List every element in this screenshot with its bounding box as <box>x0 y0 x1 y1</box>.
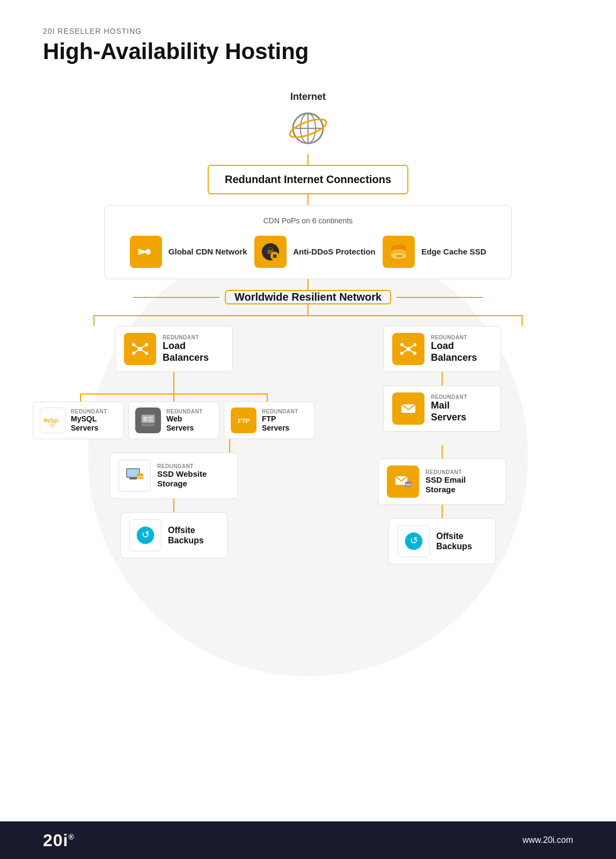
v-top <box>307 304 309 315</box>
svg-point-33 <box>50 422 55 427</box>
cdn-item-ssd: SSD Edge Cache SSD <box>383 236 486 268</box>
offsite-right-text: OffsiteBackups <box>436 531 472 551</box>
ssd-email-card: SSD Redundant SSD EmailStorage <box>378 458 507 505</box>
mail-servers-main: MailServers <box>431 400 467 423</box>
svg-text:FTP: FTP <box>238 418 250 424</box>
cdn-icon-box <box>130 236 162 268</box>
page-footer: 20i® www.20i.com <box>0 821 616 859</box>
left-load-balancer-card: Redundant LoadBalancers <box>115 326 233 372</box>
cdn-items: Global CDN Network ☠ <box>126 236 490 268</box>
mysql-icon-box: MySQL <box>40 407 65 433</box>
svg-text:MySQL: MySQL <box>43 418 59 423</box>
left-lb-small: Redundant <box>163 334 209 340</box>
cdn-item-global: Global CDN Network <box>130 236 247 268</box>
offsite-right-card: ↺ OffsiteBackups <box>388 518 496 564</box>
left-lb-icon <box>130 339 150 359</box>
svg-text:SSD: SSD <box>137 475 143 478</box>
mail-icon-box <box>392 392 424 425</box>
web-icon-box <box>135 407 161 433</box>
svg-text:↺: ↺ <box>142 529 150 540</box>
ssd-website-card: SSD Redundant SSD WebsiteStorage <box>109 453 238 499</box>
mysql-text: Redundant MySQLServers <box>71 409 107 433</box>
footer-logo: 20i® <box>43 831 75 850</box>
three-nodes-connector <box>72 385 276 402</box>
redundant-internet-label: Redundant Internet Connections <box>225 173 391 185</box>
mysql-card: MySQL Redundant MySQLServers <box>33 402 124 439</box>
svg-text:SSD: SSD <box>396 254 403 258</box>
ddos-icon-box: ☠ <box>254 236 287 268</box>
web-icon <box>140 412 157 429</box>
ftp-icon: FTP <box>235 412 252 429</box>
two-columns: Redundant LoadBalancers <box>67 326 549 564</box>
h-mid <box>93 315 523 316</box>
vline-1 <box>307 154 309 165</box>
subtitle: 20i RESELLER HOSTING <box>43 27 573 35</box>
svg-rect-44 <box>129 478 137 479</box>
right-lb-icon-box <box>392 333 424 365</box>
offsite-right-icon: ↺ <box>404 532 423 551</box>
vline-right-3 <box>442 505 443 518</box>
diagram-area: Internet Redundant Internet Connections … <box>0 75 616 618</box>
ssd-icon-box: SSD <box>383 236 415 268</box>
worldwide-box: Worldwide Resilient Network <box>134 290 482 304</box>
page-header: 20i RESELLER HOSTING High-Availability H… <box>0 0 616 75</box>
svg-rect-39 <box>148 419 153 421</box>
internet-label: Internet <box>290 91 326 103</box>
hline-left <box>134 297 219 298</box>
vline-right-1 <box>442 372 443 385</box>
cdn-text-ssd: Edge Cache SSD <box>421 246 486 257</box>
col-left: Redundant LoadBalancers <box>67 326 281 564</box>
svg-rect-38 <box>148 417 153 419</box>
ddos-icon: ☠ <box>261 242 280 261</box>
vline-left-2 <box>229 439 230 453</box>
mail-card: Redundant MailServers <box>383 385 501 432</box>
right-lb-icon <box>399 339 418 359</box>
right-load-balancer-card: Redundant LoadBalancers <box>383 326 501 372</box>
cdn-box: CDN PoPs on 6 continents <box>104 205 512 279</box>
mail-icon <box>399 399 418 418</box>
offsite-left-icon-box: ↺ <box>129 519 162 551</box>
right-lb-main: LoadBalancers <box>431 340 477 363</box>
web-text: Redundant WebServers <box>166 409 203 433</box>
cdn-item-ddos: ☠ Anti-DDoS Protection <box>254 236 375 268</box>
globe-icon <box>287 107 329 150</box>
vline-right-2 <box>442 445 443 458</box>
ssd-website-icon: SSD <box>125 466 144 485</box>
three-node-row: MySQL Redundant MySQLServers <box>33 402 315 439</box>
internet-section: Internet <box>287 91 329 154</box>
worldwide-connector <box>67 304 549 326</box>
hline-right <box>397 297 482 298</box>
ssd-website-text: Redundant SSD WebsiteStorage <box>157 463 207 489</box>
mail-text: Redundant MailServers <box>431 394 467 423</box>
offsite-right-icon-box: ↺ <box>398 525 430 557</box>
svg-text:↺: ↺ <box>410 535 418 546</box>
diagram-inner: Internet Redundant Internet Connections … <box>43 75 573 564</box>
left-lb-icon-box <box>124 333 156 365</box>
vline-2 <box>307 194 309 205</box>
ssd-icon: SSD <box>389 242 408 261</box>
svg-text:SSD: SSD <box>406 483 412 486</box>
col-right: Redundant LoadBalancers <box>335 326 549 564</box>
ftp-text: Redundant FTPServers <box>262 409 298 433</box>
svg-point-9 <box>145 249 151 254</box>
offsite-left-icon: ↺ <box>136 526 155 545</box>
left-lb-main: LoadBalancers <box>163 340 209 363</box>
ssd-website-icon-box: SSD <box>119 460 151 492</box>
ftp-icon-box: FTP <box>231 407 256 433</box>
v-right <box>522 315 523 326</box>
cdn-text-global: Global CDN Network <box>168 246 247 257</box>
right-lb-text: Redundant LoadBalancers <box>431 334 477 363</box>
cdn-text-ddos: Anti-DDoS Protection <box>293 246 375 257</box>
ssd-email-icon-box: SSD <box>387 465 419 498</box>
vline-left-3 <box>173 499 174 512</box>
redundant-internet-box: Redundant Internet Connections <box>208 165 408 194</box>
v-left <box>93 315 94 326</box>
cdn-pops-label: CDN PoPs on 6 continents <box>126 216 490 225</box>
worldwide-label: Worldwide Resilient Network <box>234 291 382 303</box>
footer-url: www.20i.com <box>523 835 573 845</box>
left-lb-text: Redundant LoadBalancers <box>163 334 209 363</box>
offsite-left-text: OffsiteBackups <box>168 525 204 545</box>
web-card: Redundant WebServers <box>128 402 219 439</box>
svg-rect-36 <box>142 424 155 426</box>
cdn-icon <box>136 242 156 261</box>
